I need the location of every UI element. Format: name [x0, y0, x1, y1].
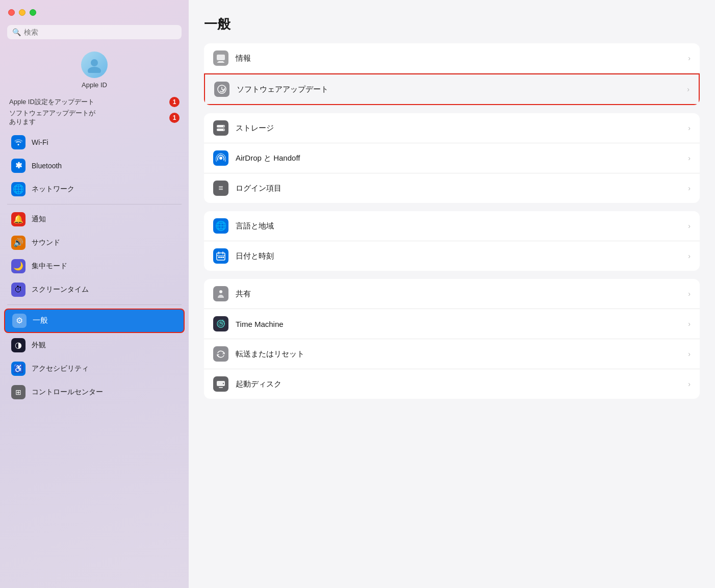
network-label: ネットワーク	[32, 185, 74, 194]
timemachine-chevron: ›	[688, 320, 691, 328]
screentime-label: スクリーンタイム	[32, 285, 89, 294]
settings-row-language[interactable]: 🌐 言語と地域 ›	[204, 211, 700, 241]
storage-label: ストレージ	[236, 123, 681, 133]
focus-label: 集中モード	[32, 262, 67, 271]
wifi-icon	[11, 135, 25, 149]
info-chevron: ›	[688, 54, 691, 62]
apple-id-update-text: Apple ID設定をアップデート	[9, 98, 166, 107]
main-content: 一般 情報 › ソ	[189, 0, 715, 588]
control-label: コントロールセンター	[32, 388, 103, 397]
sidebar-item-network[interactable]: 🌐 ネットワーク	[4, 178, 185, 200]
software-update-icon	[214, 82, 229, 97]
traffic-lights	[8, 9, 36, 16]
settings-group-1: 情報 › ソフトウェアアップデート ›	[204, 43, 700, 105]
network-icon: 🌐	[11, 182, 25, 196]
settings-group-2: ストレージ › AirDrop と Handoff › ≡ ログイン項目 ›	[204, 113, 700, 203]
transfer-chevron: ›	[688, 350, 691, 358]
settings-row-info[interactable]: 情報 ›	[204, 43, 700, 73]
svg-point-18	[219, 290, 222, 293]
apple-id-section[interactable]: Apple ID	[0, 47, 189, 95]
datetime-icon	[213, 248, 228, 264]
minimize-button[interactable]	[19, 9, 25, 16]
sharing-icon	[213, 286, 228, 301]
settings-row-software-update[interactable]: ソフトウェアアップデート ›	[204, 73, 700, 105]
language-icon: 🌐	[213, 218, 228, 234]
datetime-chevron: ›	[688, 252, 691, 260]
accessibility-icon: ♿	[11, 362, 25, 376]
general-label: 一般	[33, 316, 48, 325]
general-icon: ⚙	[12, 314, 27, 328]
apple-id-label: Apple ID	[82, 81, 107, 89]
divider-1	[7, 204, 182, 204]
software-update-badge: 1	[169, 113, 180, 123]
storage-icon	[213, 120, 228, 136]
sidebar-item-wifi[interactable]: Wi-Fi	[4, 131, 185, 154]
software-update-chevron: ›	[687, 85, 690, 93]
settings-group-4: 共有 › Time Machine ›	[204, 279, 700, 399]
settings-row-storage[interactable]: ストレージ ›	[204, 113, 700, 143]
sidebar-item-notifications[interactable]: 🔔 通知	[4, 208, 185, 231]
language-chevron: ›	[688, 222, 691, 230]
appearance-label: 外観	[32, 341, 46, 350]
settings-row-airdrop[interactable]: AirDrop と Handoff ›	[204, 143, 700, 173]
search-bar[interactable]: 🔍	[7, 25, 182, 39]
info-label: 情報	[236, 54, 681, 63]
svg-point-25	[223, 383, 224, 384]
settings-row-sharing[interactable]: 共有 ›	[204, 279, 700, 309]
notifications-label: 通知	[32, 215, 46, 224]
storage-chevron: ›	[688, 124, 691, 132]
svg-rect-16	[220, 257, 222, 258]
svg-point-9	[223, 130, 224, 131]
sidebar-item-sound[interactable]: 🔊 サウンド	[4, 232, 185, 254]
svg-rect-3	[218, 61, 223, 62]
appearance-icon: ◑	[11, 338, 25, 352]
settings-row-transfer[interactable]: 転送またはリセット ›	[204, 339, 700, 369]
svg-point-0	[91, 59, 98, 66]
svg-point-10	[219, 157, 222, 160]
apple-id-update-row[interactable]: Apple ID設定をアップデート 1	[0, 95, 189, 108]
sidebar: 🔍 Apple ID Apple ID設定をアップデート 1 ソフトウェアアップ…	[0, 0, 189, 588]
divider-2	[7, 304, 182, 305]
login-icon: ≡	[213, 181, 228, 196]
settings-row-timemachine[interactable]: Time Machine ›	[204, 309, 700, 339]
language-label: 言語と地域	[236, 221, 681, 231]
datetime-label: 日付と時刻	[236, 251, 681, 261]
search-icon: 🔍	[12, 28, 21, 36]
settings-row-datetime[interactable]: 日付と時刻 ›	[204, 241, 700, 271]
notifications-icon: 🔔	[11, 212, 25, 226]
titlebar	[0, 0, 189, 21]
bluetooth-label: Bluetooth	[32, 162, 62, 170]
maximize-button[interactable]	[30, 9, 36, 16]
software-update-notif-row[interactable]: ソフトウェアアップデートがあります 1	[0, 108, 189, 131]
svg-rect-17	[222, 257, 224, 258]
bluetooth-icon: ✱	[11, 159, 25, 173]
close-button[interactable]	[8, 9, 15, 16]
settings-row-login[interactable]: ≡ ログイン項目 ›	[204, 173, 700, 203]
sidebar-item-general[interactable]: ⚙ 一般	[4, 309, 185, 333]
transfer-icon	[213, 346, 228, 362]
software-update-label: ソフトウェアアップデート	[237, 85, 680, 94]
svg-rect-15	[218, 257, 220, 258]
apple-id-badge: 1	[169, 97, 180, 107]
software-update-notif-text: ソフトウェアアップデートがあります	[9, 109, 166, 126]
airdrop-icon	[213, 150, 228, 166]
svg-rect-4	[217, 62, 224, 63]
startup-chevron: ›	[688, 380, 691, 388]
sound-icon: 🔊	[11, 236, 25, 250]
sidebar-item-appearance[interactable]: ◑ 外観	[4, 334, 185, 356]
sidebar-item-accessibility[interactable]: ♿ アクセシビリティ	[4, 357, 185, 380]
settings-group-3: 🌐 言語と地域 › 日付と時刻 ›	[204, 211, 700, 271]
sidebar-item-focus[interactable]: 🌙 集中モード	[4, 255, 185, 277]
sound-label: サウンド	[32, 238, 60, 247]
page-title: 一般	[204, 15, 700, 33]
settings-row-startup[interactable]: 起動ディスク ›	[204, 369, 700, 399]
sidebar-item-bluetooth[interactable]: ✱ Bluetooth	[4, 155, 185, 177]
timemachine-label: Time Machine	[236, 320, 681, 328]
control-icon: ⊞	[11, 385, 25, 399]
sidebar-item-screentime[interactable]: ⏱ スクリーンタイム	[4, 278, 185, 301]
sharing-chevron: ›	[688, 290, 691, 298]
screentime-icon: ⏱	[11, 283, 25, 297]
search-input[interactable]	[24, 28, 176, 36]
accessibility-label: アクセシビリティ	[32, 364, 89, 373]
sidebar-item-control[interactable]: ⊞ コントロールセンター	[4, 381, 185, 403]
